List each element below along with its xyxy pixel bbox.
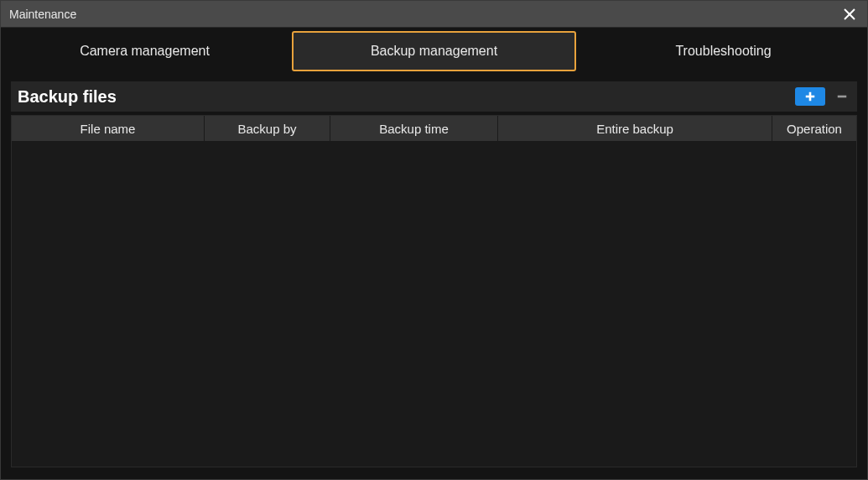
window-title: Maintenance <box>9 8 76 21</box>
add-backup-button[interactable] <box>795 87 825 106</box>
content-area: Backup files File name Backup by <box>1 75 867 479</box>
column-header-entire[interactable]: Entire backup <box>498 116 772 141</box>
tab-camera-management[interactable]: Camera management <box>4 31 285 71</box>
tab-bar: Camera management Backup management Trou… <box>1 28 867 75</box>
maintenance-window: Maintenance Camera management Backup man… <box>0 0 868 480</box>
plus-icon <box>804 91 816 102</box>
tab-backup-management[interactable]: Backup management <box>292 31 576 71</box>
column-header-backuptime[interactable]: Backup time <box>330 116 498 141</box>
table-header-row: File name Backup by Backup time Entire b… <box>12 116 856 141</box>
backup-table: File name Backup by Backup time Entire b… <box>11 115 857 467</box>
column-header-filename[interactable]: File name <box>12 116 205 141</box>
column-header-operation[interactable]: Operation <box>772 116 856 141</box>
minus-icon <box>836 91 848 102</box>
table-body <box>12 141 856 467</box>
section-actions <box>795 87 850 106</box>
section-header: Backup files <box>11 81 857 112</box>
titlebar: Maintenance <box>1 1 867 28</box>
remove-backup-button[interactable] <box>834 88 850 105</box>
tab-troubleshooting[interactable]: Troubleshooting <box>583 31 864 71</box>
section-title: Backup files <box>18 87 117 107</box>
close-button[interactable] <box>840 5 859 23</box>
close-icon <box>843 8 856 21</box>
column-header-backupby[interactable]: Backup by <box>205 116 330 141</box>
